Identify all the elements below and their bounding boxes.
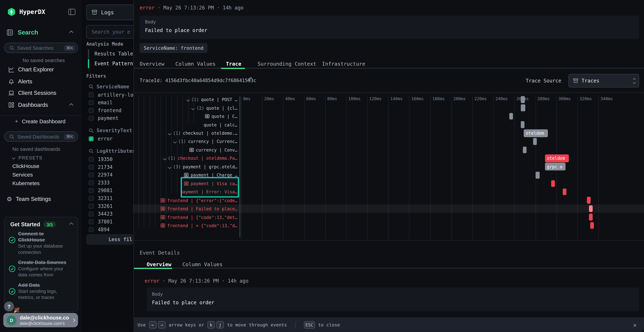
sidebar-item-alerts[interactable]: Alerts bbox=[0, 76, 82, 86]
span-row[interactable]: frontend | {"code":13,"det… bbox=[134, 213, 644, 221]
filter-option-frontend[interactable]: frontend bbox=[89, 108, 122, 114]
span-bar[interactable] bbox=[523, 146, 526, 153]
sidebar-item-client-sessions[interactable]: Client Sessions bbox=[0, 88, 82, 98]
get-started-item[interactable]: Create Data SourcesConfigure where your … bbox=[6, 260, 74, 278]
filter-option-2333[interactable]: 2333 bbox=[89, 180, 110, 186]
chevron-down-icon[interactable] bbox=[163, 156, 166, 161]
span-bar[interactable] bbox=[521, 96, 525, 103]
preset-item-clickhouse[interactable]: ClickHouse bbox=[12, 163, 39, 169]
saved-searches-input[interactable]: Saved Searches ⌘K bbox=[4, 43, 78, 53]
span-bar[interactable] bbox=[590, 222, 594, 229]
filter-option-22974[interactable]: 22974 bbox=[89, 172, 112, 178]
span-bar[interactable] bbox=[533, 138, 537, 145]
checkbox[interactable] bbox=[89, 165, 94, 170]
span-bar[interactable]: oteldem bbox=[545, 154, 569, 162]
search-collapse-chevron-icon[interactable] bbox=[69, 30, 73, 35]
span-label[interactable]: frontend | {"code":13,"det… bbox=[134, 213, 238, 221]
checkbox[interactable] bbox=[89, 172, 94, 178]
span-bar[interactable] bbox=[536, 172, 540, 178]
span-label[interactable]: (1)checkout | oteldemo.… bbox=[134, 129, 238, 137]
chevron-down-icon[interactable] bbox=[187, 97, 189, 102]
filter-option-32311[interactable]: 32311 bbox=[89, 196, 112, 201]
span-bar[interactable] bbox=[589, 205, 593, 212]
span-label[interactable]: (1)quote | POST … bbox=[134, 95, 238, 104]
search-icon[interactable] bbox=[89, 149, 94, 154]
source-select[interactable]: Logs bbox=[86, 4, 134, 20]
span-label[interactable]: (1)checkout | oteldemo.Pa… bbox=[134, 154, 238, 162]
checkbox[interactable] bbox=[89, 116, 94, 121]
tab-trace[interactable]: Trace bbox=[226, 61, 241, 67]
sidebar-section-search[interactable]: Search bbox=[18, 29, 38, 36]
filter-option-34423[interactable]: 34423 bbox=[89, 211, 112, 217]
sidebar-item-dashboards[interactable]: Dashboards bbox=[0, 100, 82, 110]
event-search-input[interactable]: Search your e bbox=[86, 25, 134, 39]
preset-item-kubernetes[interactable]: Kubernetes bbox=[12, 180, 40, 186]
help-button[interactable]: ? bbox=[4, 302, 14, 311]
checkbox[interactable] bbox=[89, 219, 94, 224]
filter-option-21734[interactable]: 21734 bbox=[89, 164, 112, 170]
span-bar[interactable] bbox=[551, 180, 555, 187]
checkbox[interactable] bbox=[89, 180, 94, 185]
filter-option-email[interactable]: email bbox=[89, 100, 112, 106]
span-row[interactable]: (1)quote | POST … bbox=[134, 95, 644, 104]
tab-infrastructure[interactable]: Infrastructure bbox=[322, 61, 365, 67]
close-icon[interactable]: ✕ bbox=[633, 322, 636, 328]
checkbox[interactable]: ✓ bbox=[89, 136, 94, 141]
search-icon[interactable] bbox=[89, 84, 94, 89]
filter-option-19350[interactable]: 19350 bbox=[89, 156, 112, 162]
tree-scrollbar[interactable] bbox=[240, 96, 240, 237]
checkbox[interactable] bbox=[89, 157, 94, 162]
tab-overview[interactable]: Overview bbox=[140, 61, 164, 67]
filter-option-4894[interactable]: 4894 bbox=[89, 227, 110, 232]
checkbox[interactable] bbox=[89, 204, 94, 209]
checkbox[interactable] bbox=[89, 188, 94, 193]
get-started-collapse-icon[interactable] bbox=[69, 222, 73, 226]
span-label[interactable]: quote | C… bbox=[134, 112, 238, 120]
span-bar[interactable]: oteldem bbox=[524, 129, 548, 137]
saved-dashboards-input[interactable]: Saved Dashboards ⌘K bbox=[4, 132, 78, 142]
span-row[interactable]: quote | calc… bbox=[134, 120, 644, 129]
event-details-tab-overview[interactable]: Overview bbox=[147, 261, 172, 267]
checkbox[interactable] bbox=[89, 212, 94, 216]
filter-option-29081[interactable]: 29081 bbox=[89, 188, 112, 193]
team-settings-button[interactable]: ⚙ Team Settings bbox=[0, 194, 82, 204]
span-row[interactable]: currency | Conv… bbox=[134, 146, 644, 154]
event-details-tab-column-values[interactable]: Column Values bbox=[182, 261, 222, 267]
span-bar[interactable] bbox=[509, 113, 513, 120]
filter-option-33261[interactable]: 33261 bbox=[89, 203, 112, 209]
get-started-item[interactable]: Add DataStart sending logs, metrics, or … bbox=[6, 282, 74, 300]
span-label[interactable]: frontend | × {"code":13,"d… bbox=[134, 221, 238, 230]
checkbox[interactable] bbox=[89, 92, 94, 98]
span-bar[interactable] bbox=[589, 214, 593, 220]
filter-option-37801[interactable]: 37801 bbox=[89, 219, 112, 225]
span-bar[interactable] bbox=[587, 197, 591, 204]
span-row[interactable]: (3)payment | grpc.oteld…grpc.o bbox=[134, 162, 644, 171]
less-filters-button[interactable]: Less fil bbox=[86, 234, 133, 245]
edit-icon[interactable] bbox=[247, 76, 252, 82]
checkbox[interactable] bbox=[89, 196, 94, 201]
span-row[interactable]: frontend | × {"code":13,"d… bbox=[134, 221, 644, 230]
chevron-down-icon[interactable] bbox=[192, 105, 194, 110]
chevron-down-icon[interactable] bbox=[168, 130, 171, 136]
span-label[interactable]: quote | calc… bbox=[134, 120, 238, 129]
span-label[interactable]: currency | Conv… bbox=[134, 146, 238, 154]
filter-option-error[interactable]: ✓error bbox=[89, 136, 112, 142]
span-bar[interactable] bbox=[521, 121, 524, 128]
checkbox[interactable] bbox=[89, 227, 94, 232]
trace-source-select[interactable]: Traces bbox=[568, 74, 639, 88]
tab-column-values[interactable]: Column Values bbox=[175, 61, 216, 67]
search-icon[interactable] bbox=[89, 128, 94, 133]
service-name-chip[interactable]: ServiceName: frontend bbox=[140, 43, 208, 53]
span-label[interactable]: (1)currency | Currenc… bbox=[134, 137, 238, 146]
span-bar[interactable] bbox=[563, 188, 566, 195]
analysis-mode-results-table[interactable]: Results Table bbox=[88, 49, 133, 58]
get-started-item[interactable]: Connect to ClickHouseSet up your databas… bbox=[6, 231, 74, 256]
span-row[interactable]: quote | C… bbox=[134, 112, 644, 120]
span-bar[interactable]: grpc.o bbox=[545, 163, 566, 171]
span-row[interactable]: (2)quote | {cl… bbox=[134, 104, 644, 112]
create-dashboard-button[interactable]: + Create Dashboard bbox=[0, 116, 82, 126]
filter-option-artillery-loa[interactable]: artillery-loa bbox=[89, 92, 134, 98]
filter-option-payment[interactable]: payment bbox=[89, 116, 118, 121]
checkbox[interactable] bbox=[89, 108, 94, 113]
chevron-down-icon[interactable] bbox=[174, 139, 176, 144]
